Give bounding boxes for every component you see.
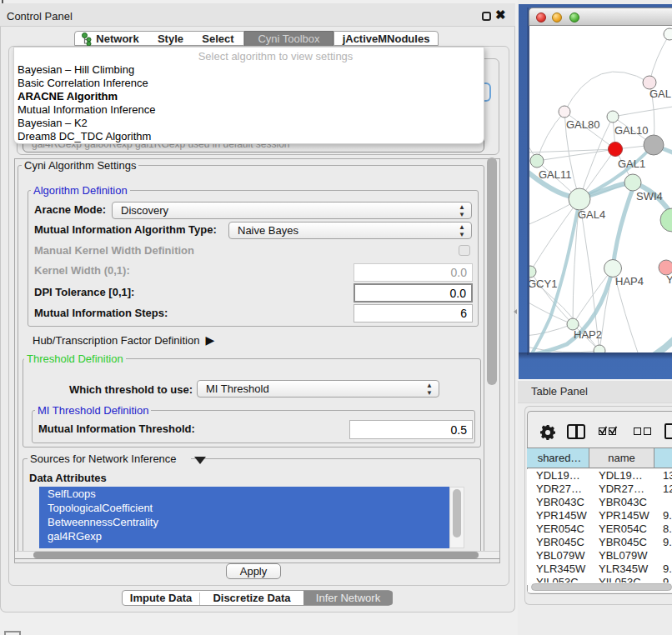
svg-text:GAL1: GAL1 xyxy=(618,158,645,170)
svg-text:HAP2: HAP2 xyxy=(574,328,602,341)
svg-text:GAL11: GAL11 xyxy=(539,168,572,181)
svg-text:GCY1: GCY1 xyxy=(529,278,557,290)
svg-text:SWI4: SWI4 xyxy=(636,190,663,202)
svg-text:HAP4: HAP4 xyxy=(615,275,644,288)
svg-text:GAL: GAL xyxy=(649,88,671,100)
svg-text:Y: Y xyxy=(666,273,672,286)
svg-text:GAL10: GAL10 xyxy=(614,124,648,137)
svg-text:GAL4: GAL4 xyxy=(578,208,605,221)
svg-text:GAL80: GAL80 xyxy=(566,118,599,131)
